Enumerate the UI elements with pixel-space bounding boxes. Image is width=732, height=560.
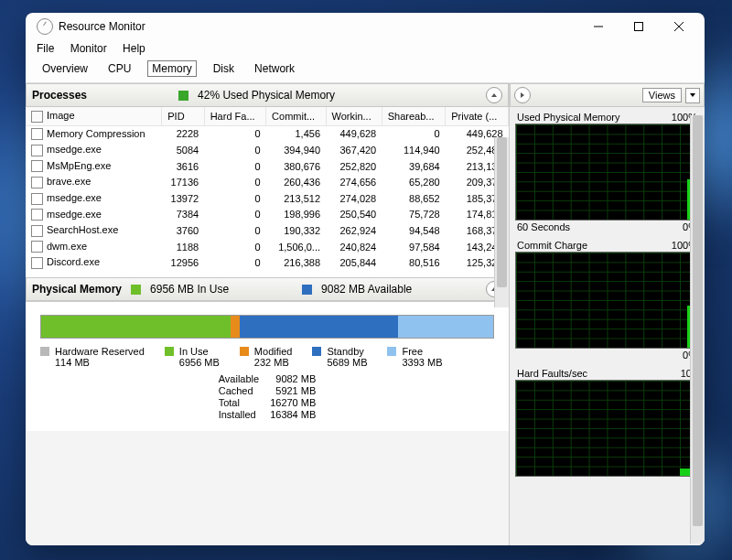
legend-item: In Use6956 MB: [165, 346, 220, 368]
memory-bar: [40, 315, 494, 339]
physical-avail: 9082 MB Available: [321, 283, 412, 296]
table-row[interactable]: msedge.exe73840198,996250,54075,728174,8…: [26, 207, 509, 223]
app-icon: [37, 18, 53, 35]
processes-status: 42% Used Physical Memory: [198, 89, 335, 102]
menubar: File Monitor Help: [26, 40, 705, 59]
legend-item: Hardware Reserved114 MB: [40, 346, 145, 368]
physical-title: Physical Memory: [32, 283, 122, 296]
table-row[interactable]: Discord.exe129560216,388205,84480,516125…: [26, 254, 509, 271]
tab-network[interactable]: Network: [251, 61, 298, 76]
scrollbar[interactable]: [494, 137, 509, 307]
nav-icon[interactable]: [514, 87, 531, 103]
chart: Commit Charge100%0%: [515, 239, 699, 361]
window-title: Resource Monitor: [59, 20, 145, 33]
membar-standby: [240, 316, 398, 338]
col-header[interactable]: PID: [162, 107, 204, 125]
chart: Hard Faults/sec1000: [515, 367, 699, 490]
menu-help[interactable]: Help: [123, 42, 145, 55]
table-row[interactable]: brave.exe171360260,436274,65665,280209,3…: [26, 174, 509, 190]
menu-file[interactable]: File: [37, 42, 54, 55]
table-row[interactable]: Memory Compression222801,456449,6280449,…: [26, 125, 509, 142]
maximize-button[interactable]: [619, 13, 659, 40]
svg-rect-1: [635, 23, 643, 31]
legend-item: Free3393 MB: [387, 346, 442, 368]
inuse-icon: [131, 285, 141, 295]
tab-cpu[interactable]: CPU: [104, 61, 135, 76]
table-row[interactable]: msedge.exe50840394,940367,420114,940252,…: [26, 142, 509, 158]
memory-legend: Hardware Reserved114 MBIn Use6956 MBModi…: [40, 346, 494, 368]
col-header[interactable]: Private (...: [446, 107, 509, 125]
chart: Used Physical Memory100%60 Seconds0%: [515, 111, 699, 233]
table-row[interactable]: SearchHost.exe37600190,332262,92494,5481…: [26, 222, 509, 239]
col-header[interactable]: Shareab...: [382, 107, 445, 125]
table-row[interactable]: dwm.exe118801,506,0...240,82497,584143,2…: [26, 239, 509, 255]
legend-item: Modified232 MB: [240, 346, 293, 368]
tab-overview[interactable]: Overview: [38, 61, 92, 76]
menu-monitor[interactable]: Monitor: [70, 42, 107, 55]
resource-monitor-window: Resource Monitor File Monitor Help Overv…: [26, 13, 705, 545]
processes-table[interactable]: ImagePIDHard Fa...Commit...Workin...Shar…: [26, 107, 509, 277]
col-header[interactable]: Hard Fa...: [204, 107, 265, 125]
collapse-icon[interactable]: [486, 87, 502, 103]
tab-disk[interactable]: Disk: [210, 61, 238, 76]
physical-header[interactable]: Physical Memory 6956 MB In Use 9082 MB A…: [26, 277, 509, 301]
membar-free: [398, 316, 493, 338]
memory-icon: [178, 91, 188, 101]
avail-icon: [302, 285, 312, 295]
col-header[interactable]: Commit...: [266, 107, 326, 125]
table-row[interactable]: MsMpEng.exe36160380,676252,82039,684213,…: [26, 158, 509, 175]
legend-item: Standby5689 MB: [312, 346, 367, 368]
tab-memory[interactable]: Memory: [147, 60, 196, 77]
table-row[interactable]: msedge.exe139720213,512274,02888,652185,…: [26, 190, 509, 207]
charts-area: Used Physical Memory100%60 Seconds0%Comm…: [510, 107, 705, 545]
col-header[interactable]: Workin...: [326, 107, 382, 125]
tabs: Overview CPU Memory Disk Network: [26, 59, 705, 82]
scrollbar[interactable]: [690, 115, 705, 544]
views-dropdown-icon[interactable]: [685, 88, 700, 103]
col-header[interactable]: Image: [26, 107, 162, 125]
memory-summary: Available9082 MBCached5921 MBTotal16270 …: [40, 373, 494, 420]
titlebar[interactable]: Resource Monitor: [26, 13, 705, 40]
physical-inuse: 6956 MB In Use: [150, 283, 229, 296]
minimize-button[interactable]: [578, 13, 619, 40]
physical-panel: Hardware Reserved114 MBIn Use6956 MBModi…: [26, 301, 509, 431]
processes-title: Processes: [32, 89, 87, 102]
close-button[interactable]: [659, 13, 699, 40]
processes-header[interactable]: Processes 42% Used Physical Memory: [26, 83, 509, 107]
membar-modified: [231, 316, 240, 338]
charts-header: Views: [510, 83, 705, 107]
membar-inuse: [41, 316, 231, 338]
views-button[interactable]: Views: [642, 88, 682, 102]
